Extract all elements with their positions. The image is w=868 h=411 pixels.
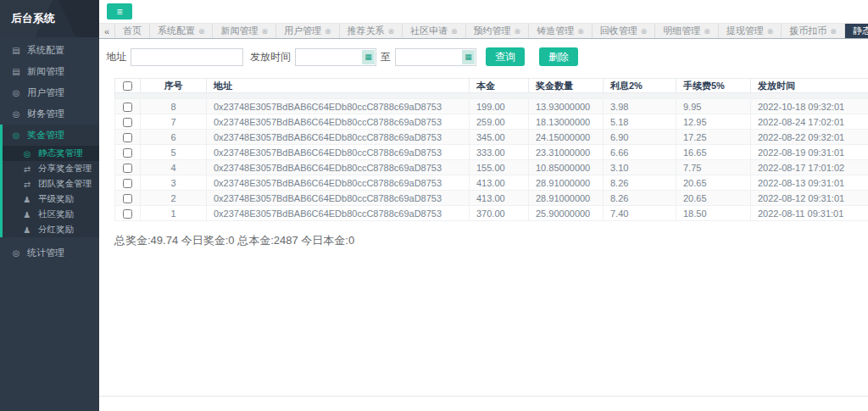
tab[interactable]: 静态奖管理 ⊗ [845,24,868,38]
tab-label: 系统配置 [158,25,195,37]
cell-serial: 7 [141,114,207,130]
sidebar-toggle-button[interactable]: ≡ [107,3,132,19]
tab[interactable]: 推荐关系 ⊗ [340,24,403,38]
tab[interactable]: 系统配置 ⊗ [150,24,214,38]
tabs-collapse-button[interactable]: « [99,24,115,38]
row-checkbox[interactable] [123,179,132,188]
table-body: 8 0x23748E3057BdBAB6C64EDb80ccC8788c69aD… [115,99,868,221]
file-icon: ▤ [11,46,21,55]
sidebar-menu-item[interactable]: ◎ 奖金管理 [0,125,99,146]
tab-close-icon[interactable]: ⊗ [641,27,648,36]
time-from-input[interactable] [296,50,362,64]
tab[interactable]: 回收管理 ⊗ [593,24,656,38]
row-checkbox[interactable] [123,164,132,173]
cell-time: 2022-10-18 09:32:01 [751,99,868,114]
tab-close-icon[interactable]: ⊗ [261,27,268,36]
filter-bar: 地址 发放时间 ▦ 至 ▦ 查询 删除 [99,43,868,70]
tab[interactable]: 新闻管理 ⊗ [213,24,276,38]
time-to-input[interactable] [396,50,462,64]
cell-serial: 1 [141,206,207,221]
cell-principal: 345.00 [470,130,529,145]
tab-label: 拨币扣币 [789,25,826,37]
sidebar-menu-item[interactable]: ◎ 财务管理 [0,103,99,125]
select-all-checkbox[interactable] [123,81,132,91]
power-icon: ◎ [11,88,21,97]
tab[interactable]: 用户管理 ⊗ [276,24,340,38]
cell-bonus: 18.13000000 [529,114,604,130]
tab[interactable]: 提现管理 ⊗ [719,24,782,38]
tab[interactable]: 社区申请 ⊗ [403,24,466,38]
users-icon: ♟ [22,195,32,204]
tab-label: 明细管理 [663,25,700,37]
header-address: 地址 [207,79,470,93]
cell-fee: 12.95 [676,114,751,130]
users-icon: ♟ [22,210,32,219]
cell-bonus: 13.93000000 [529,99,604,114]
tab[interactable]: 预约管理 ⊗ [466,24,530,38]
cell-address: 0x23748E3057BdBAB6C64EDb80ccC8788c69aD87… [207,145,470,160]
sidebar-menu-item[interactable]: ♟ 分红奖励 [0,222,99,237]
bonus-table: 序号 地址 本金 奖金数量 利息2% 手续费5% 发放时间 [114,78,868,221]
header-bonus: 奖金数量 [529,79,604,93]
table-row: 5 0x23748E3057BdBAB6C64EDb80ccC8788c69aD… [115,145,868,160]
tab-label: 静态奖管理 [853,25,868,37]
sidebar-menu-item[interactable]: ▤ 新闻管理 [0,61,99,82]
tab-label: 回收管理 [600,25,637,37]
cell-address: 0x23748E3057BdBAB6C64EDb80ccC8788c69aD87… [207,99,470,114]
cell-interest: 7.40 [604,206,676,221]
delete-button[interactable]: 删除 [539,47,578,66]
row-checkbox[interactable] [123,133,132,142]
sidebar-menu-item[interactable]: ⇄ 分享奖金管理 [0,161,99,176]
cell-address: 0x23748E3057BdBAB6C64EDb80ccC8788c69aD87… [207,175,470,191]
cell-fee: 9.95 [676,99,751,114]
sidebar-item-label: 静态奖管理 [38,147,83,159]
row-checkbox[interactable] [123,209,132,219]
sidebar-menu-item[interactable]: ⇄ 团队奖金管理 [0,176,99,192]
tab-close-icon[interactable]: ⊗ [388,27,395,36]
sidebar-menu-item[interactable]: ◎ 用户管理 [0,82,99,103]
row-checkbox[interactable] [123,194,132,203]
tab-close-icon[interactable]: ⊗ [515,27,521,36]
sidebar-menu-item[interactable]: ♟ 平级奖励 [0,192,99,207]
cell-bonus: 10.85000000 [529,160,604,175]
sidebar-menu-item[interactable]: ◎ 统计管理 [0,242,99,264]
tab[interactable]: 明细管理 ⊗ [655,24,719,38]
cell-fee: 17.25 [676,130,751,145]
address-input[interactable] [131,48,243,66]
tab-close-icon[interactable]: ⊗ [198,27,205,36]
tab-close-icon[interactable]: ⊗ [704,27,710,36]
tab-close-icon[interactable]: ⊗ [767,27,774,36]
row-checkbox[interactable] [123,118,132,127]
cell-fee: 16.65 [676,145,751,160]
calendar-icon[interactable]: ▦ [362,50,375,64]
tab[interactable]: 拨币扣币 ⊗ [782,24,845,38]
header-time: 发放时间 [751,79,868,93]
row-checkbox[interactable] [123,148,132,158]
cell-bonus: 28.91000000 [529,191,604,206]
tab-close-icon[interactable]: ⊗ [325,27,331,36]
app-root: 后台系统 ▤ 系统配置 ▤ 新闻管理 ◎ 用户管理 ◎ [0,0,868,411]
tab-close-icon[interactable]: ⊗ [451,27,458,36]
hamburger-icon: ≡ [116,6,122,18]
calendar-icon[interactable]: ▦ [462,50,475,64]
sidebar-item-label: 奖金管理 [27,129,64,142]
cell-bonus: 23.31000000 [529,145,604,160]
sidebar-menu-item[interactable]: ♟ 社区奖励 [0,207,99,222]
tab[interactable]: 首页 [115,24,150,38]
tab-close-icon[interactable]: ⊗ [577,27,584,36]
tab-close-icon[interactable]: ⊗ [830,27,837,36]
row-checkbox[interactable] [123,103,132,112]
tab[interactable]: 铸造管理 ⊗ [529,24,593,38]
cell-address: 0x23748E3057BdBAB6C64EDb80ccC8788c69aD87… [207,206,470,221]
cell-interest: 6.66 [604,145,676,160]
topbar: ≡ 欢迎 admin ▾ [99,0,868,23]
sidebar-menu-item[interactable]: ◎ 静态奖管理 [0,146,99,161]
shuffle-icon: ⇄ [22,180,32,189]
header-serial: 序号 [141,79,207,93]
search-button[interactable]: 查询 [486,47,525,66]
cell-principal: 333.00 [470,145,529,160]
cell-address: 0x23748E3057BdBAB6C64EDb80ccC8788c69aD87… [207,160,470,175]
cell-principal: 413.00 [470,191,529,206]
sidebar-menu-item[interactable]: ▤ 系统配置 [0,40,99,61]
cell-address: 0x23748E3057BdBAB6C64EDb80ccC8788c69aD87… [207,114,470,130]
